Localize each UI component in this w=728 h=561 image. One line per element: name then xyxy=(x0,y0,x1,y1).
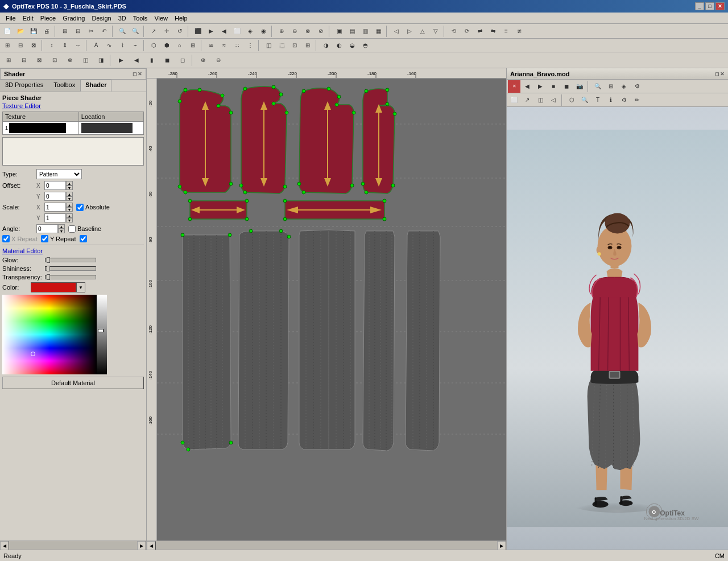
tab-shader[interactable]: Shader xyxy=(80,80,111,92)
shininess-slider[interactable] xyxy=(45,266,96,271)
piece-band-1[interactable] xyxy=(188,199,249,221)
model-tb-render[interactable]: ◈ xyxy=(618,80,630,93)
texture-editor-link[interactable]: Texture Editor xyxy=(2,102,144,109)
offset-y-up[interactable]: ▲ xyxy=(66,192,73,196)
angle-spinner[interactable]: ▲ ▼ xyxy=(58,224,65,233)
model-tb2-a[interactable]: ⬜ xyxy=(508,94,520,106)
panel-pin-button[interactable]: ◻ xyxy=(133,71,136,77)
absolute-checkbox[interactable] xyxy=(76,204,84,211)
tb3-d1[interactable]: ⊕ xyxy=(196,54,210,67)
menu-edit[interactable]: Edit xyxy=(19,14,37,23)
scale-x-down[interactable]: ▼ xyxy=(66,207,73,212)
baseline-checkbox[interactable] xyxy=(68,225,76,233)
tb3-b2[interactable]: ◨ xyxy=(93,54,108,67)
canvas-scroll-left[interactable]: ◀ xyxy=(147,541,156,550)
tb-d2[interactable]: ▤ xyxy=(346,25,358,38)
piece-band-2[interactable] xyxy=(283,199,386,221)
tb-open[interactable]: 📂 xyxy=(14,25,27,38)
y-repeat-checkbox[interactable] xyxy=(41,235,48,242)
tb2-c2[interactable]: ∿ xyxy=(103,39,115,52)
tb-undo[interactable]: ↶ xyxy=(98,25,110,38)
glow-slider[interactable] xyxy=(45,258,96,262)
tb3-c5[interactable]: ◻ xyxy=(175,54,190,67)
tb-copy[interactable]: ⊞ xyxy=(59,25,71,38)
offset-y-input[interactable] xyxy=(44,192,66,201)
tb-e3[interactable]: △ xyxy=(416,25,429,38)
tb-b2[interactable]: ▶ xyxy=(205,25,217,38)
tb2-c3[interactable]: ⌇ xyxy=(116,39,129,52)
texture-row-1[interactable]: 1 xyxy=(3,122,144,135)
tb-rotate[interactable]: ↺ xyxy=(173,25,186,38)
tb-b4[interactable]: ⬜ xyxy=(231,25,243,38)
menu-file[interactable]: File xyxy=(2,14,19,23)
model-tb-stop2[interactable]: ■ xyxy=(547,80,560,93)
tb-c1[interactable]: ⊕ xyxy=(275,25,288,38)
tb-move[interactable]: ✛ xyxy=(160,25,173,38)
tb2-c4[interactable]: ⌁ xyxy=(129,39,142,52)
menu-tools[interactable]: Tools xyxy=(130,14,151,23)
model-tb-camera[interactable]: 📷 xyxy=(573,80,586,93)
tb3-b1[interactable]: ◫ xyxy=(78,54,93,67)
tb3-c2[interactable]: ◀ xyxy=(129,54,144,67)
model-tb-stop[interactable]: ✕ xyxy=(508,80,520,93)
angle-down[interactable]: ▼ xyxy=(58,229,65,233)
scale-y-spinner[interactable]: ▲ ▼ xyxy=(66,213,73,222)
tb3-a3[interactable]: ⊠ xyxy=(32,54,47,67)
model-tb2-d[interactable]: ◁ xyxy=(547,94,560,106)
model-tb-zoom[interactable]: 🔍 xyxy=(592,80,604,93)
model-tb2-i[interactable]: ⚙ xyxy=(618,94,630,106)
color-dropdown-btn[interactable]: ▼ xyxy=(76,282,85,292)
tb-b5[interactable]: ◈ xyxy=(244,25,257,38)
minimize-button[interactable]: _ xyxy=(695,2,704,10)
x-repeat-checkbox[interactable] xyxy=(2,235,10,242)
tb2-g1[interactable]: ◑ xyxy=(320,39,332,52)
tb3-c4[interactable]: ◼ xyxy=(160,54,175,67)
model-pin-button[interactable]: ◻ xyxy=(715,71,719,77)
model-tb-next[interactable]: ◼ xyxy=(560,80,573,93)
tb2-c1[interactable]: A xyxy=(90,39,102,52)
model-tb-anim[interactable]: ⚙ xyxy=(631,80,643,93)
tb2-f1[interactable]: ◫ xyxy=(262,39,275,52)
tb-b1[interactable]: ⬛ xyxy=(192,25,204,38)
skirt-piece-2[interactable] xyxy=(238,229,291,449)
tb2-g3[interactable]: ◒ xyxy=(346,39,358,52)
scale-x-input[interactable] xyxy=(44,203,66,212)
tb2-f3[interactable]: ⊡ xyxy=(288,39,301,52)
menu-3d[interactable]: 3D xyxy=(115,14,130,23)
tb2-g4[interactable]: ◓ xyxy=(359,39,371,52)
tb-f3[interactable]: ⇄ xyxy=(474,25,486,38)
model-tb2-f[interactable]: 🔍 xyxy=(578,94,591,106)
offset-y-down[interactable]: ▼ xyxy=(66,196,73,201)
model-3d-view[interactable]: OptiTex O Next generation 3D/2D SW xyxy=(507,107,728,550)
model-tb2-c[interactable]: ◫ xyxy=(534,94,547,106)
tb-select[interactable]: ↗ xyxy=(147,25,160,38)
color-gradient[interactable] xyxy=(2,295,97,374)
color-swatch[interactable] xyxy=(31,282,76,292)
offset-x-input[interactable] xyxy=(44,181,66,190)
tb-d4[interactable]: ▦ xyxy=(372,25,384,38)
tb-b3[interactable]: ◀ xyxy=(218,25,230,38)
tb-c2[interactable]: ⊖ xyxy=(288,25,301,38)
tb-print[interactable]: 🖨 xyxy=(40,25,53,38)
tb-f5[interactable]: ≡ xyxy=(500,25,512,38)
scale-x-spinner[interactable]: ▲ ▼ xyxy=(66,203,73,212)
tb3-a5[interactable]: ⊗ xyxy=(63,54,77,67)
transparency-slider[interactable] xyxy=(45,275,96,279)
tb2-d4[interactable]: ⊞ xyxy=(187,39,199,52)
close-button[interactable]: ✕ xyxy=(715,2,725,10)
offset-x-up[interactable]: ▲ xyxy=(66,181,73,185)
tb3-a1[interactable]: ⊞ xyxy=(1,54,16,67)
tb-c3[interactable]: ⊗ xyxy=(301,25,314,38)
material-editor-link[interactable]: Material Editor xyxy=(2,248,144,254)
offset-x-down[interactable]: ▼ xyxy=(66,185,73,190)
tb2-b1[interactable]: ↕ xyxy=(46,39,58,52)
scale-y-input[interactable] xyxy=(44,213,66,222)
tb2-d1[interactable]: ⬡ xyxy=(147,39,160,52)
scroll-track[interactable] xyxy=(9,541,137,550)
tb-b6[interactable]: ◉ xyxy=(257,25,270,38)
y-repeat-extra-checkbox[interactable] xyxy=(80,235,87,242)
tb2-f4[interactable]: ⊞ xyxy=(301,39,314,52)
scale-x-up[interactable]: ▲ xyxy=(66,203,73,207)
tb2-d2[interactable]: ⬢ xyxy=(160,39,173,52)
menu-piece[interactable]: Piece xyxy=(37,14,60,23)
